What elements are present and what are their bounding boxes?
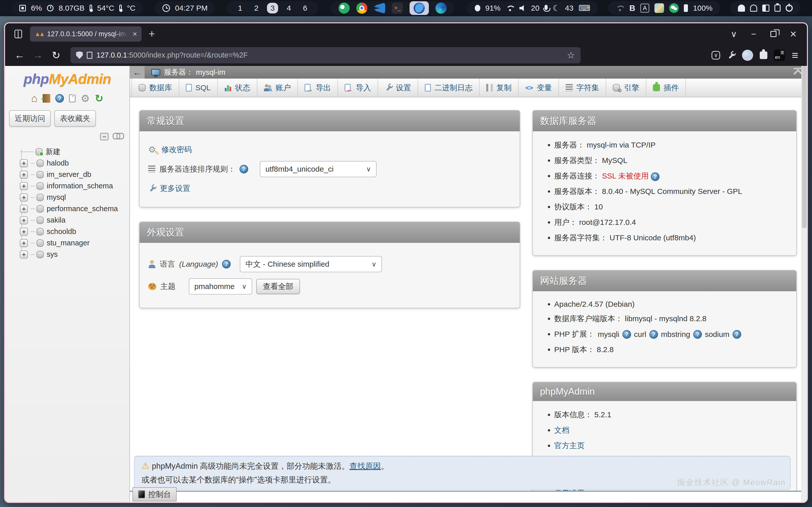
vscode-dock-icon[interactable] <box>374 3 385 14</box>
tree-item-information-schema[interactable]: +information_schema <box>16 180 130 192</box>
terminal-dock-icon[interactable]: >_ <box>392 3 403 14</box>
workspace-switcher[interactable]: 1 2 3 4 6 <box>227 1 318 15</box>
edge-dock-icon[interactable] <box>436 3 447 14</box>
tree-item-mysql[interactable]: +mysql <box>16 192 130 203</box>
breadcrumb-server-name[interactable]: mysql-im <box>196 68 225 76</box>
tab-accounts[interactable]: 账户 <box>257 78 298 97</box>
hamburger-menu-icon[interactable]: ≡ <box>792 49 798 62</box>
expand-icon[interactable]: + <box>20 182 28 190</box>
tree-label[interactable]: schooldb <box>47 227 76 236</box>
tab-charsets[interactable]: 字符集 <box>559 78 606 97</box>
account-avatar[interactable] <box>742 50 753 61</box>
workspace-3-active[interactable]: 3 <box>267 3 278 13</box>
bluetooth-icon[interactable]: B <box>629 4 635 12</box>
input-method-icon[interactable]: A <box>640 4 649 13</box>
expand-icon[interactable]: + <box>20 193 28 202</box>
settings-gear-icon[interactable]: ⚙ <box>81 93 90 103</box>
tree-label[interactable]: mysql <box>47 193 66 202</box>
url-bar[interactable]: 127.0.0.1:5000/index.php?route=/&route=%… <box>70 47 580 63</box>
firefox-dock-active[interactable] <box>410 1 429 15</box>
tree-label[interactable]: im_server_db <box>47 170 91 179</box>
tracking-shield-icon[interactable] <box>76 51 83 59</box>
workspace-2[interactable]: 2 <box>251 4 262 12</box>
tab-status[interactable]: 状态 <box>218 78 257 97</box>
wechat-tray-icon[interactable] <box>669 3 679 13</box>
list-tabs-button[interactable]: ∨ <box>726 26 742 42</box>
screenshot-icon[interactable] <box>762 5 769 12</box>
expand-icon[interactable]: + <box>20 239 28 247</box>
minimize-button[interactable]: − <box>746 26 761 42</box>
help-icon[interactable]: ? <box>622 330 631 339</box>
chrome-dock-icon[interactable] <box>356 3 367 14</box>
tree-item-sys[interactable]: +sys <box>16 249 130 260</box>
site-info-icon[interactable] <box>87 52 92 59</box>
wifi-tray-icon[interactable] <box>616 5 624 11</box>
tree-item-schooldb[interactable]: +schooldb <box>16 226 130 237</box>
tab-replication[interactable]: 复制 <box>479 78 519 97</box>
tree-item-sakila[interactable]: +sakila <box>16 215 130 226</box>
pocket-icon[interactable]: ∨ <box>712 51 720 60</box>
tree-label[interactable]: stu_manager <box>47 239 90 247</box>
tree-label[interactable]: 新建 <box>46 147 60 157</box>
expand-icon[interactable]: + <box>20 159 28 167</box>
bookmark-star-icon[interactable]: ☆ <box>567 50 575 61</box>
tray-avatar-icon[interactable] <box>654 3 664 13</box>
language-select[interactable]: 中文 - Chinese simplified ∨ <box>240 256 382 272</box>
tree-item-stu-manager[interactable]: +stu_manager <box>16 237 130 249</box>
favorite-tables-tab[interactable]: 表收藏夹 <box>54 110 96 127</box>
tree-label[interactable]: information_schema <box>47 182 113 190</box>
reload-button[interactable]: ↻ <box>48 47 64 63</box>
expand-icon[interactable]: + <box>20 171 28 179</box>
tree-label[interactable]: halodb <box>47 159 69 167</box>
tree-item-performance-schema[interactable]: +performance_schema <box>16 203 130 215</box>
workspace-1[interactable]: 1 <box>235 4 246 12</box>
tree-item-halodb[interactable]: +halodb <box>16 157 130 169</box>
translate-extension-icon[interactable]: en <box>774 50 785 61</box>
power-icon[interactable] <box>785 5 793 12</box>
firefox-dock-icon[interactable] <box>414 3 425 14</box>
tree-label[interactable]: sakila <box>47 216 65 224</box>
documentation-icon[interactable] <box>69 94 75 102</box>
docs-link[interactable]: 文档 <box>554 426 569 434</box>
workspace-6[interactable]: 6 <box>299 4 311 12</box>
new-tab-button[interactable]: + <box>146 28 158 40</box>
expand-icon[interactable]: + <box>20 228 28 236</box>
help-icon[interactable]: ? <box>693 330 702 339</box>
theme-select[interactable]: pmahomme ∨ <box>189 278 252 294</box>
help-icon[interactable]: ? <box>649 330 658 339</box>
close-button[interactable]: × <box>785 26 801 42</box>
home-icon[interactable]: ⌂ <box>31 93 38 104</box>
forward-button[interactable]: → <box>30 47 46 63</box>
view-all-themes-button[interactable]: 查看全部 <box>256 279 300 294</box>
workspace-4[interactable]: 4 <box>283 4 294 12</box>
link-databases-icon[interactable] <box>113 133 123 138</box>
page-scrollbar[interactable] <box>801 66 807 502</box>
tab-export[interactable]: →导出 <box>298 78 338 97</box>
tab-close-icon[interactable]: × <box>133 30 137 38</box>
tab-databases[interactable]: 数据库 <box>132 78 179 97</box>
help-icon[interactable]: ? <box>222 260 231 269</box>
firefox-view-button[interactable] <box>11 27 26 41</box>
devtools-wrench-icon[interactable] <box>727 51 735 60</box>
tray-pill[interactable]: B A 100% <box>608 1 720 15</box>
tree-label[interactable]: sys <box>47 250 58 259</box>
extensions-puzzle-icon[interactable] <box>760 51 767 59</box>
ghost-icon[interactable] <box>738 5 745 12</box>
help-icon[interactable]: ? <box>55 94 64 103</box>
tab-engines[interactable]: 引擎 <box>606 78 646 97</box>
expand-icon[interactable]: + <box>20 250 28 259</box>
help-icon[interactable]: ? <box>732 330 741 339</box>
recent-tables-tab[interactable]: 近期访问 <box>9 110 51 127</box>
find-out-why-link[interactable]: 查找原因 <box>349 462 381 470</box>
expand-icon[interactable]: + <box>20 205 28 213</box>
logout-icon[interactable] <box>43 94 50 103</box>
breadcrumb-back-button[interactable]: ← <box>130 66 145 78</box>
tab-settings[interactable]: 设置 <box>378 78 418 97</box>
back-button[interactable]: ← <box>12 47 28 63</box>
pma-logo[interactable]: phpMyAdmin <box>5 70 130 87</box>
wechat-dock-icon[interactable] <box>339 3 350 14</box>
url-text[interactable]: 127.0.0.1:5000/index.php?route=/&route=%… <box>96 51 563 59</box>
tree-item-im-server-db[interactable]: +im_server_db <box>16 169 130 180</box>
collapse-all-icon[interactable]: − <box>100 133 109 140</box>
more-settings-link[interactable]: 更多设置 <box>160 183 190 194</box>
